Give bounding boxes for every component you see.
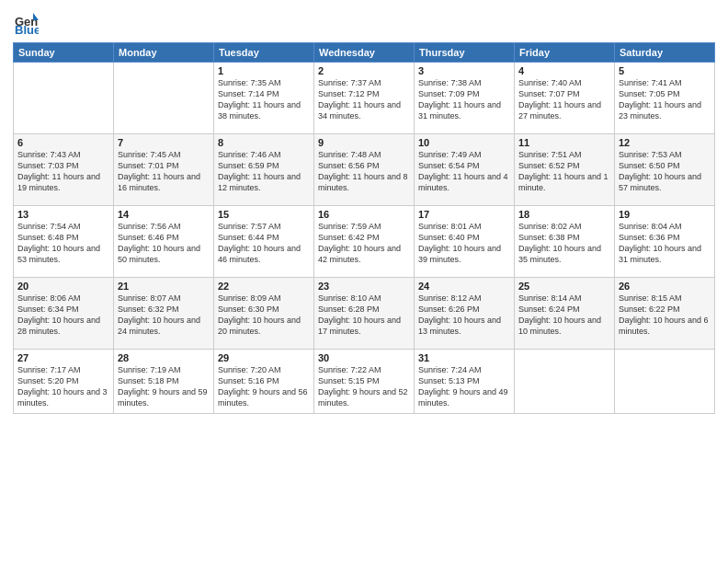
day-number: 13 xyxy=(17,209,109,220)
day-content: Sunrise: 7:56 AM Sunset: 6:46 PM Dayligh… xyxy=(118,221,210,266)
calendar-cell: 21Sunrise: 8:07 AM Sunset: 6:32 PM Dayli… xyxy=(114,278,214,350)
day-content: Sunrise: 7:46 AM Sunset: 6:59 PM Dayligh… xyxy=(218,149,310,194)
calendar-week-row: 20Sunrise: 8:06 AM Sunset: 6:34 PM Dayli… xyxy=(14,278,715,350)
day-content: Sunrise: 7:41 AM Sunset: 7:05 PM Dayligh… xyxy=(619,77,711,122)
calendar-cell: 24Sunrise: 8:12 AM Sunset: 6:26 PM Dayli… xyxy=(415,278,515,350)
day-number: 30 xyxy=(318,352,410,363)
day-number: 26 xyxy=(619,281,711,292)
calendar-cell: 23Sunrise: 8:10 AM Sunset: 6:28 PM Dayli… xyxy=(314,278,415,350)
day-number: 16 xyxy=(318,209,410,220)
calendar-cell: 11Sunrise: 7:51 AM Sunset: 6:52 PM Dayli… xyxy=(515,134,615,206)
weekday-header-monday: Monday xyxy=(114,43,214,63)
svg-text:Blue: Blue xyxy=(15,23,39,35)
calendar-cell xyxy=(14,63,114,134)
day-number: 10 xyxy=(418,137,510,148)
calendar-cell: 27Sunrise: 7:17 AM Sunset: 5:20 PM Dayli… xyxy=(14,350,114,414)
calendar-cell: 5Sunrise: 7:41 AM Sunset: 7:05 PM Daylig… xyxy=(615,63,715,134)
weekday-header-sunday: Sunday xyxy=(14,43,114,63)
calendar-cell: 17Sunrise: 8:01 AM Sunset: 6:40 PM Dayli… xyxy=(415,206,515,278)
calendar-cell: 30Sunrise: 7:22 AM Sunset: 5:15 PM Dayli… xyxy=(314,350,415,414)
day-content: Sunrise: 8:01 AM Sunset: 6:40 PM Dayligh… xyxy=(418,221,510,266)
day-content: Sunrise: 8:02 AM Sunset: 6:38 PM Dayligh… xyxy=(518,221,610,266)
calendar-cell: 20Sunrise: 8:06 AM Sunset: 6:34 PM Dayli… xyxy=(14,278,114,350)
day-content: Sunrise: 7:48 AM Sunset: 6:56 PM Dayligh… xyxy=(318,149,410,194)
day-number: 24 xyxy=(418,281,510,292)
day-content: Sunrise: 8:09 AM Sunset: 6:30 PM Dayligh… xyxy=(218,293,310,338)
day-content: Sunrise: 7:54 AM Sunset: 6:48 PM Dayligh… xyxy=(17,221,109,266)
day-content: Sunrise: 7:59 AM Sunset: 6:42 PM Dayligh… xyxy=(318,221,410,266)
day-content: Sunrise: 7:22 AM Sunset: 5:15 PM Dayligh… xyxy=(318,364,410,409)
calendar-cell: 6Sunrise: 7:43 AM Sunset: 7:03 PM Daylig… xyxy=(14,134,114,206)
day-number: 11 xyxy=(518,137,610,148)
day-content: Sunrise: 7:35 AM Sunset: 7:14 PM Dayligh… xyxy=(218,77,310,122)
page-header: Gen Blue xyxy=(13,9,715,35)
day-content: Sunrise: 7:37 AM Sunset: 7:12 PM Dayligh… xyxy=(318,77,410,122)
calendar-cell: 7Sunrise: 7:45 AM Sunset: 7:01 PM Daylig… xyxy=(114,134,214,206)
calendar-cell: 19Sunrise: 8:04 AM Sunset: 6:36 PM Dayli… xyxy=(615,206,715,278)
calendar-week-row: 13Sunrise: 7:54 AM Sunset: 6:48 PM Dayli… xyxy=(14,206,715,278)
day-content: Sunrise: 7:45 AM Sunset: 7:01 PM Dayligh… xyxy=(118,149,210,194)
weekday-header-thursday: Thursday xyxy=(415,43,515,63)
day-content: Sunrise: 8:07 AM Sunset: 6:32 PM Dayligh… xyxy=(118,293,210,338)
day-number: 18 xyxy=(518,209,610,220)
calendar-cell xyxy=(114,63,214,134)
day-number: 22 xyxy=(218,281,310,292)
day-number: 14 xyxy=(118,209,210,220)
day-content: Sunrise: 8:14 AM Sunset: 6:24 PM Dayligh… xyxy=(518,293,610,338)
day-number: 2 xyxy=(318,65,410,76)
logo: Gen Blue xyxy=(13,9,42,35)
calendar-cell: 1Sunrise: 7:35 AM Sunset: 7:14 PM Daylig… xyxy=(214,63,314,134)
day-content: Sunrise: 7:24 AM Sunset: 5:13 PM Dayligh… xyxy=(418,364,510,409)
logo-icon: Gen Blue xyxy=(13,9,39,35)
calendar-table: SundayMondayTuesdayWednesdayThursdayFrid… xyxy=(13,42,715,414)
day-number: 28 xyxy=(118,352,210,363)
day-number: 15 xyxy=(218,209,310,220)
day-content: Sunrise: 7:20 AM Sunset: 5:16 PM Dayligh… xyxy=(218,364,310,409)
weekday-header-tuesday: Tuesday xyxy=(214,43,314,63)
day-content: Sunrise: 7:51 AM Sunset: 6:52 PM Dayligh… xyxy=(518,149,610,194)
calendar-cell: 25Sunrise: 8:14 AM Sunset: 6:24 PM Dayli… xyxy=(515,278,615,350)
calendar-week-row: 27Sunrise: 7:17 AM Sunset: 5:20 PM Dayli… xyxy=(14,350,715,414)
day-content: Sunrise: 7:57 AM Sunset: 6:44 PM Dayligh… xyxy=(218,221,310,266)
calendar-cell: 10Sunrise: 7:49 AM Sunset: 6:54 PM Dayli… xyxy=(415,134,515,206)
day-number: 31 xyxy=(418,352,510,363)
calendar-cell: 28Sunrise: 7:19 AM Sunset: 5:18 PM Dayli… xyxy=(114,350,214,414)
calendar-cell xyxy=(515,350,615,414)
calendar-cell: 16Sunrise: 7:59 AM Sunset: 6:42 PM Dayli… xyxy=(314,206,415,278)
day-content: Sunrise: 7:49 AM Sunset: 6:54 PM Dayligh… xyxy=(418,149,510,194)
weekday-header-wednesday: Wednesday xyxy=(314,43,415,63)
calendar-cell: 4Sunrise: 7:40 AM Sunset: 7:07 PM Daylig… xyxy=(515,63,615,134)
day-content: Sunrise: 7:53 AM Sunset: 6:50 PM Dayligh… xyxy=(619,149,711,194)
calendar-cell: 26Sunrise: 8:15 AM Sunset: 6:22 PM Dayli… xyxy=(615,278,715,350)
calendar-cell: 18Sunrise: 8:02 AM Sunset: 6:38 PM Dayli… xyxy=(515,206,615,278)
day-number: 4 xyxy=(518,65,610,76)
day-content: Sunrise: 7:19 AM Sunset: 5:18 PM Dayligh… xyxy=(118,364,210,409)
day-number: 1 xyxy=(218,65,310,76)
day-number: 20 xyxy=(17,281,109,292)
calendar-cell: 15Sunrise: 7:57 AM Sunset: 6:44 PM Dayli… xyxy=(214,206,314,278)
calendar-cell xyxy=(615,350,715,414)
day-number: 3 xyxy=(418,65,510,76)
day-content: Sunrise: 8:04 AM Sunset: 6:36 PM Dayligh… xyxy=(619,221,711,266)
day-content: Sunrise: 7:17 AM Sunset: 5:20 PM Dayligh… xyxy=(17,364,109,409)
day-number: 5 xyxy=(619,65,711,76)
day-number: 17 xyxy=(418,209,510,220)
day-number: 12 xyxy=(619,137,711,148)
calendar-cell: 22Sunrise: 8:09 AM Sunset: 6:30 PM Dayli… xyxy=(214,278,314,350)
day-content: Sunrise: 7:38 AM Sunset: 7:09 PM Dayligh… xyxy=(418,77,510,122)
calendar-week-row: 1Sunrise: 7:35 AM Sunset: 7:14 PM Daylig… xyxy=(14,63,715,134)
weekday-header-friday: Friday xyxy=(515,43,615,63)
day-number: 29 xyxy=(218,352,310,363)
calendar-cell: 29Sunrise: 7:20 AM Sunset: 5:16 PM Dayli… xyxy=(214,350,314,414)
day-number: 8 xyxy=(218,137,310,148)
day-number: 9 xyxy=(318,137,410,148)
day-content: Sunrise: 8:12 AM Sunset: 6:26 PM Dayligh… xyxy=(418,293,510,338)
calendar-week-row: 6Sunrise: 7:43 AM Sunset: 7:03 PM Daylig… xyxy=(14,134,715,206)
day-number: 7 xyxy=(118,137,210,148)
calendar-cell: 3Sunrise: 7:38 AM Sunset: 7:09 PM Daylig… xyxy=(415,63,515,134)
calendar-cell: 31Sunrise: 7:24 AM Sunset: 5:13 PM Dayli… xyxy=(415,350,515,414)
day-content: Sunrise: 7:43 AM Sunset: 7:03 PM Dayligh… xyxy=(17,149,109,194)
calendar-cell: 13Sunrise: 7:54 AM Sunset: 6:48 PM Dayli… xyxy=(14,206,114,278)
day-content: Sunrise: 8:15 AM Sunset: 6:22 PM Dayligh… xyxy=(619,293,711,338)
day-number: 6 xyxy=(17,137,109,148)
